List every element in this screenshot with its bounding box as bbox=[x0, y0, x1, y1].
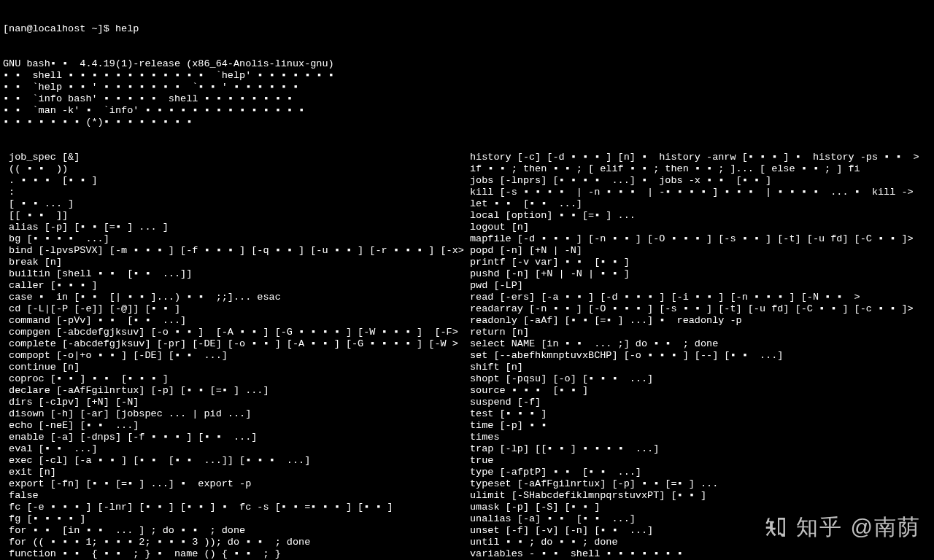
terminal-line: readonly [-aAf] [▪ ▪ [=▪ ] ...] ▪ readon… bbox=[470, 315, 931, 327]
help-column-left: job_spec [&] (( ▪ ▪ )) . ▪ ▪ ▪ [▪ ▪ ] : … bbox=[3, 152, 470, 560]
terminal-line: popd [-n] [+N | -N] bbox=[470, 245, 931, 257]
terminal-line: function ▪ ▪ { ▪ ▪ ; } ▪ name () { ▪ ▪ ;… bbox=[3, 548, 470, 560]
terminal-line: disown [-h] [-ar] [jobspec ... | pid ...… bbox=[3, 408, 470, 420]
terminal-line: compopt [-o|+o ▪ ▪ ] [-DE] [▪ ▪ ...] bbox=[3, 350, 470, 362]
terminal-line: readarray [-n ▪ ▪ ] [-O ▪ ▪ ▪ ] [-s ▪ ▪ … bbox=[470, 303, 931, 315]
terminal-line: ▪ ▪ `info bash' ▪ ▪ ▪ ▪ ▪ shell ▪ ▪ ▪ ▪ … bbox=[3, 93, 931, 105]
terminal-line: ulimit [-SHabcdefiklmnpqrstuvxPT] [▪ ▪ ] bbox=[470, 490, 931, 502]
terminal-line: let ▪ ▪ [▪ ▪ ...] bbox=[470, 198, 931, 210]
terminal-line: logout [n] bbox=[470, 222, 931, 233]
terminal-line: pwd [-LP] bbox=[470, 280, 931, 292]
terminal-line: job_spec [&] bbox=[3, 152, 470, 163]
terminal-line: typeset [-aAfFgilnrtux] [-p] ▪ ▪ [=▪ ] .… bbox=[470, 478, 931, 490]
terminal-line: shopt [-pqsu] [-o] [▪ ▪ ▪ ...] bbox=[470, 373, 931, 385]
terminal-line: printf [-v var] ▪ ▪ [▪ ▪ ] bbox=[470, 257, 931, 268]
terminal-line: coproc [▪ ▪ ] ▪ ▪ [▪ ▪ ▪ ] bbox=[3, 373, 470, 385]
terminal-line: until ▪ ▪ ; do ▪ ▪ ; done bbox=[470, 537, 931, 548]
terminal-line: export [-fn] [▪ ▪ [=▪ ] ...] ▪ export -p bbox=[3, 478, 470, 490]
terminal-line: GNU bash▪ ▪ 4.4.19(1)-release (x86_64-An… bbox=[3, 58, 931, 70]
terminal-line: if ▪ ▪ ; then ▪ ▪ ; [ elif ▪ ▪ ; then ▪ … bbox=[470, 163, 931, 175]
terminal-line: source ▪ ▪ ▪ [▪ ▪ ] bbox=[470, 385, 931, 397]
terminal-line: bg [▪ ▪ ▪ ▪ ...] bbox=[3, 233, 470, 245]
terminal-line: false bbox=[3, 490, 470, 502]
terminal-line: variables - ▪ ▪ shell ▪ ▪ ▪ ▪ ▪ ▪ ▪ bbox=[470, 548, 931, 560]
help-header: GNU bash▪ ▪ 4.4.19(1)-release (x86_64-An… bbox=[3, 58, 931, 128]
terminal-line: ▪ ▪ shell ▪ ▪ ▪ ▪ ▪ ▪ ▪ ▪ ▪ ▪ ▪ ▪ `help'… bbox=[3, 70, 931, 82]
terminal-line: type [-afptP] ▪ ▪ [▪ ▪ ...] bbox=[470, 467, 931, 478]
terminal-line: read [-ers] [-a ▪ ▪ ] [-d ▪ ▪ ▪ ] [-i ▪ … bbox=[470, 292, 931, 303]
terminal-line: (( ▪ ▪ )) bbox=[3, 163, 470, 175]
terminal-line: : bbox=[3, 187, 470, 198]
terminal-line: return [n] bbox=[470, 327, 931, 338]
terminal-line: eval [▪ ▪ ...] bbox=[3, 443, 470, 455]
prompt-line-1: [nan@localhost ~]$ help bbox=[3, 23, 931, 35]
terminal-line: ▪ ▪ `help ▪ ▪ ' ▪ ▪ ▪ ▪ ▪ ▪ ▪ `▪ ▪ ' ▪ ▪… bbox=[3, 82, 931, 93]
terminal-line: times bbox=[470, 432, 931, 443]
terminal-line: enable [-a] [-dnps] [-f ▪ ▪ ▪ ] [▪ ▪ ...… bbox=[3, 432, 470, 443]
help-column-right: history [-c] [-d ▪ ▪ ▪ ] [n] ▪ history -… bbox=[470, 152, 931, 560]
terminal-line: test [▪ ▪ ▪ ] bbox=[470, 408, 931, 420]
terminal-line: mapfile [-d ▪ ▪ ▪ ] [-n ▪ ▪ ] [-O ▪ ▪ ▪ … bbox=[470, 233, 931, 245]
terminal-line: for (( ▪ ▪ ▪ 1; ▪ ▪ ▪ 2; ▪ ▪ ▪ 3 )); do … bbox=[3, 537, 470, 548]
terminal-line: suspend [-f] bbox=[470, 397, 931, 408]
terminal-line: command [-pVv] ▪ ▪ [▪ ▪ ...] bbox=[3, 315, 470, 327]
terminal-line: [[ ▪ ▪ ]] bbox=[3, 210, 470, 222]
terminal-line: dirs [-clpv] [+N] [-N] bbox=[3, 397, 470, 408]
terminal-line: . ▪ ▪ ▪ [▪ ▪ ] bbox=[3, 175, 470, 187]
terminal-line: time [-p] ▪ ▪ bbox=[470, 420, 931, 432]
terminal-line: trap [-lp] [[▪ ▪ ] ▪ ▪ ▪ ▪ ...] bbox=[470, 443, 931, 455]
terminal-line: ▪ ▪ `man -k' ▪ `info' ▪ ▪ ▪ ▪ ▪ ▪ ▪ ▪ ▪ … bbox=[3, 105, 931, 117]
terminal-line: bind [-lpvsPSVX] [-m ▪ ▪ ▪ ] [-f ▪ ▪ ▪ ]… bbox=[3, 245, 470, 257]
terminal-line: local [option] ▪ ▪ [=▪ ] ... bbox=[470, 210, 931, 222]
terminal-line: exec [-cl] [-a ▪ ▪ ] [▪ ▪ [▪ ▪ ...]] [▪ … bbox=[3, 455, 470, 467]
terminal-line: history [-c] [-d ▪ ▪ ▪ ] [n] ▪ history -… bbox=[470, 152, 931, 163]
terminal-line: fc [-e ▪ ▪ ▪ ] [-lnr] [▪ ▪ ] [▪ ▪ ] ▪ fc… bbox=[3, 502, 470, 513]
terminal-line: set [--abefhkmnptuvxBCHP] [-o ▪ ▪ ▪ ] [-… bbox=[470, 350, 931, 362]
terminal-line: shift [n] bbox=[470, 362, 931, 373]
terminal-line: complete [-abcdefgjksuv] [-pr] [-DE] [-o… bbox=[3, 338, 470, 350]
terminal-line: break [n] bbox=[3, 257, 470, 268]
terminal-line: [ ▪ ▪ ... ] bbox=[3, 198, 470, 210]
terminal-line: select NAME [in ▪ ▪ ... ;] do ▪ ▪ ; done bbox=[470, 338, 931, 350]
terminal-line: builtin [shell ▪ ▪ [▪ ▪ ...]] bbox=[3, 268, 470, 280]
help-builtins-columns: job_spec [&] (( ▪ ▪ )) . ▪ ▪ ▪ [▪ ▪ ] : … bbox=[3, 152, 931, 560]
terminal-line: compgen [-abcdefgjksuv] [-o ▪ ▪ ] [-A ▪ … bbox=[3, 327, 470, 338]
terminal-line: continue [n] bbox=[3, 362, 470, 373]
terminal-line: ▪ ▪ ▪ ▪ ▪ ▪ ▪ (*)▪ ▪ ▪ ▪ ▪ ▪ ▪ ▪ bbox=[3, 117, 931, 128]
terminal-line: alias [-p] [▪ ▪ [=▪ ] ... ] bbox=[3, 222, 470, 233]
terminal-line: fg [▪ ▪ ▪ ▪ ] bbox=[3, 513, 470, 525]
terminal-line: umask [-p] [-S] [▪ ▪ ] bbox=[470, 502, 931, 513]
terminal-line: case ▪ in [▪ ▪ [| ▪ ▪ ]...) ▪ ▪ ;;]... e… bbox=[3, 292, 470, 303]
terminal-line: echo [-neE] [▪ ▪ ...] bbox=[3, 420, 470, 432]
terminal-line: for ▪ ▪ [in ▪ ▪ ... ] ; do ▪ ▪ ; done bbox=[3, 525, 470, 537]
terminal-line: jobs [-lnprs] [▪ ▪ ▪ ▪ ...] ▪ jobs -x ▪ … bbox=[470, 175, 931, 187]
terminal-line: kill [-s ▪ ▪ ▪ ▪ | -n ▪ ▪ ▪ | -▪ ▪ ▪ ▪ ]… bbox=[470, 187, 931, 198]
terminal-line: unset [-f] [-v] [-n] [▪ ▪ ...] bbox=[470, 525, 931, 537]
terminal-line: exit [n] bbox=[3, 467, 470, 478]
terminal[interactable]: [nan@localhost ~]$ help GNU bash▪ ▪ 4.4.… bbox=[0, 0, 934, 560]
terminal-line: caller [▪ ▪ ▪ ] bbox=[3, 280, 470, 292]
terminal-line: cd [-L|[-P [-e]] [-@]] [▪ ▪ ] bbox=[3, 303, 470, 315]
terminal-line: pushd [-n] [+N | -N | ▪ ▪ ] bbox=[470, 268, 931, 280]
terminal-line: unalias [-a] ▪ ▪ [▪ ▪ ...] bbox=[470, 513, 931, 525]
terminal-line: true bbox=[470, 455, 931, 467]
terminal-line: declare [-aAfFgilnrtux] [-p] [▪ ▪ [=▪ ] … bbox=[3, 385, 470, 397]
